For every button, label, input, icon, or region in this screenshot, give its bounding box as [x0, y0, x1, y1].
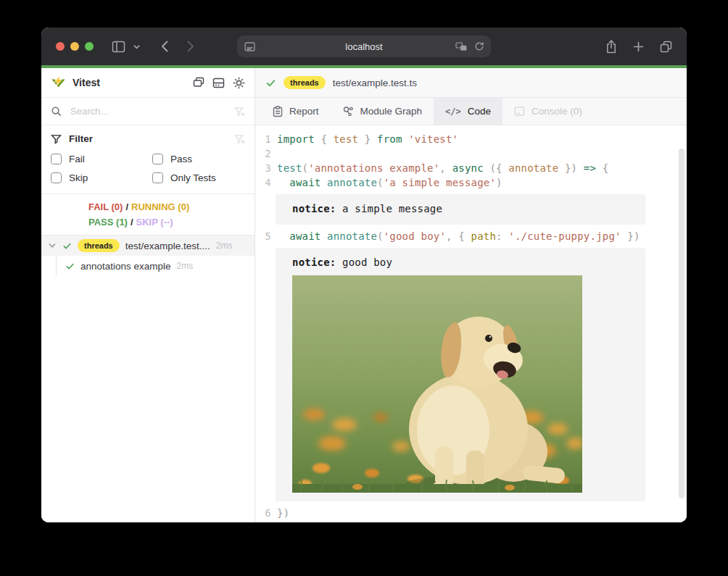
back-icon[interactable]: [160, 40, 169, 53]
line-number: 6: [255, 506, 271, 520]
main-panel: threads test/example.test.ts Report: [255, 68, 687, 522]
pass-check-icon: [265, 78, 276, 88]
test-file-name: test/example.test....: [125, 241, 210, 251]
module-graph-icon: [342, 106, 354, 117]
test-status-summary: FAIL (0)/RUNNING (0) PASS (1)/SKIP (--): [41, 193, 255, 235]
tab-bar: Report Module Graph </> Code: [255, 98, 687, 125]
sidebar-header: Vitest: [41, 68, 255, 98]
test-case-row[interactable]: annotations example 2ms: [41, 256, 255, 276]
filter-checkbox-skip[interactable]: Skip: [51, 172, 152, 183]
test-case-name: annotations example: [80, 261, 171, 272]
minimize-window-button[interactable]: [70, 42, 79, 51]
pass-check-icon: [65, 262, 75, 271]
address-url: localhost: [345, 41, 382, 52]
reload-icon[interactable]: [474, 41, 484, 51]
theme-sun-icon[interactable]: [233, 77, 245, 89]
notice-label: notice:: [292, 256, 336, 268]
code-line: 5 await annotate('good boy', { path: './…: [255, 229, 687, 243]
browser-window: localhost: [41, 28, 687, 522]
annotation-notice: notice: good boy: [276, 248, 645, 501]
test-file-row[interactable]: threads test/example.test.... 2ms: [41, 235, 255, 256]
search-icon: [51, 106, 62, 117]
dashboard-icon[interactable]: [212, 78, 225, 88]
line-number: 2: [255, 146, 271, 161]
code-line: 4 await annotate('a simple message'): [255, 175, 687, 190]
app-title: Vitest: [73, 77, 186, 88]
filter-checkbox-pass[interactable]: Pass: [152, 154, 245, 164]
chevron-down-icon[interactable]: [48, 241, 57, 250]
sidebar-chevron-down-icon[interactable]: [133, 43, 141, 51]
tab-report[interactable]: Report: [261, 98, 331, 125]
code-line: 2: [255, 146, 687, 161]
checkbox-icon: [51, 172, 62, 183]
traffic-lights: [56, 42, 94, 51]
search-bar: [41, 98, 255, 125]
checkbox-icon: [152, 172, 163, 183]
running-count: RUNNING (0): [131, 201, 189, 212]
tab-module-graph[interactable]: Module Graph: [331, 98, 434, 125]
file-path: test/example.test.ts: [333, 78, 417, 88]
share-icon[interactable]: [605, 40, 617, 54]
filter-title: Filter: [69, 133, 227, 144]
reader-icon[interactable]: [244, 42, 255, 51]
filter-checkbox-only-tests[interactable]: Only Tests: [152, 172, 245, 183]
page-scrollbar[interactable]: [679, 149, 684, 498]
line-text: await annotate('a simple message'): [277, 175, 502, 190]
new-tab-icon[interactable]: [633, 41, 644, 52]
translate-icon[interactable]: [455, 42, 468, 51]
close-window-button[interactable]: [56, 42, 65, 51]
code-line: 7: [255, 520, 687, 522]
browser-toolbar: localhost: [41, 28, 687, 65]
project-badge: threads: [284, 76, 326, 88]
annotation-notice: notice: a simple message: [276, 194, 645, 225]
clear-search-filter-icon[interactable]: [234, 107, 245, 117]
status-line-2: PASS (1)/SKIP (--): [88, 214, 246, 230]
filter-checkbox-fail[interactable]: Fail: [51, 154, 152, 164]
line-number: 4: [255, 175, 271, 190]
code-line: 1import { test } from 'vitest': [255, 132, 687, 146]
line-text: await annotate('good boy', { path: './cu…: [277, 229, 640, 243]
checkbox-icon: [152, 154, 163, 164]
test-duration: 2ms: [177, 261, 194, 271]
status-line-1: FAIL (0)/RUNNING (0): [88, 199, 246, 214]
sidebar-toggle-icon[interactable]: [112, 41, 125, 53]
report-icon: [273, 106, 283, 117]
clear-filters-icon[interactable]: [234, 134, 245, 144]
sidebar: Vitest: [41, 68, 255, 522]
forward-icon[interactable]: [186, 40, 195, 53]
code-area: 1import { test } from 'vitest'23test('an…: [255, 125, 687, 522]
line-text: }): [277, 506, 289, 520]
checkbox-icon: [51, 154, 62, 164]
line-number: 5: [255, 229, 271, 243]
line-number: 1: [255, 132, 271, 146]
skip-count: SKIP (--): [136, 217, 173, 228]
file-header: threads test/example.test.ts: [255, 68, 687, 98]
test-duration: 2ms: [216, 241, 233, 251]
tab-code[interactable]: </> Code: [434, 98, 502, 125]
notice-text: good boy: [336, 256, 392, 268]
desktop-background: localhost: [0, 0, 728, 576]
fail-count: FAIL (0): [88, 201, 123, 212]
pass-count: PASS (1): [88, 217, 128, 228]
line-number: 3: [255, 161, 271, 175]
vitest-logo-icon: [51, 75, 66, 90]
address-bar[interactable]: localhost: [237, 36, 491, 57]
tab-console[interactable]: Console (0): [502, 98, 594, 125]
collapse-panels-icon[interactable]: [193, 77, 204, 88]
code-icon: </>: [445, 107, 461, 117]
zoom-window-button[interactable]: [85, 42, 94, 51]
line-number: 7: [255, 520, 271, 522]
console-icon: [514, 106, 525, 117]
code-line: 6}): [255, 506, 687, 520]
notice-text: a simple message: [336, 203, 442, 214]
filter-section: Filter Fail Pass Skip Only Tests: [41, 125, 255, 193]
project-badge: threads: [78, 239, 120, 251]
notice-label: notice:: [292, 203, 336, 214]
code-line: 3test('annotations example', async ({ an…: [255, 161, 687, 175]
search-input[interactable]: [69, 105, 227, 117]
line-text: import { test } from 'vitest': [277, 132, 458, 146]
line-text: test('annotations example', async ({ ann…: [277, 161, 608, 175]
tab-overview-icon[interactable]: [660, 41, 672, 53]
annotation-puppy-image: [292, 275, 582, 493]
pass-check-icon: [62, 241, 72, 251]
